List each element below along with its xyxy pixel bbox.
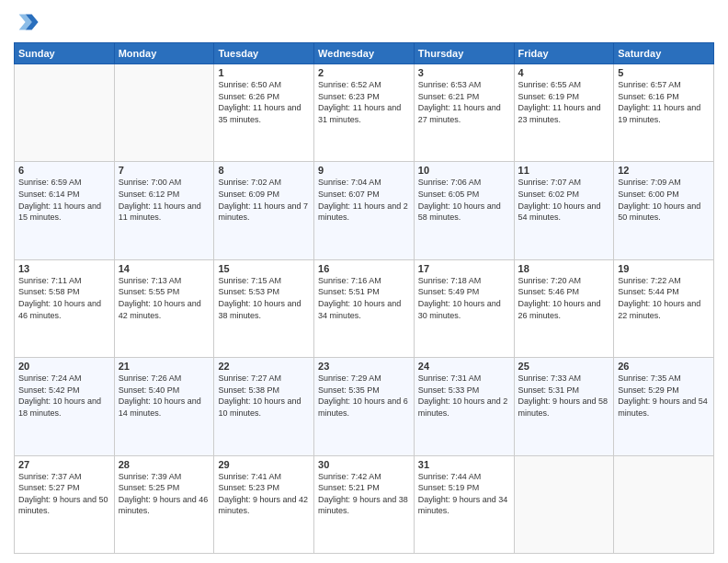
day-number: 6 [18,165,110,176]
calendar-day-cell: 29Sunrise: 7:41 AMSunset: 5:23 PMDayligh… [214,455,314,553]
day-number: 26 [618,361,710,372]
calendar-day-header: Monday [114,43,214,64]
day-number: 22 [218,361,310,372]
calendar-day-cell: 26Sunrise: 7:35 AMSunset: 5:29 PMDayligh… [614,358,714,455]
calendar-day-cell: 5Sunrise: 6:57 AMSunset: 6:16 PMDaylight… [614,64,714,162]
day-info: Sunrise: 7:04 AMSunset: 6:07 PMDaylight:… [318,177,410,223]
day-info: Sunrise: 7:11 AMSunset: 5:58 PMDaylight:… [18,275,110,321]
day-info: Sunrise: 7:02 AMSunset: 6:09 PMDaylight:… [218,177,310,223]
day-number: 25 [518,361,610,372]
day-info: Sunrise: 7:09 AMSunset: 6:00 PMDaylight:… [618,177,710,223]
day-number: 20 [18,361,110,372]
page: SundayMondayTuesdayWednesdayThursdayFrid… [0,0,728,563]
day-info: Sunrise: 6:59 AMSunset: 6:14 PMDaylight:… [18,177,110,223]
calendar-day-cell: 24Sunrise: 7:31 AMSunset: 5:33 PMDayligh… [414,358,514,455]
day-number: 21 [119,361,210,372]
day-number: 18 [518,263,610,274]
day-info: Sunrise: 7:41 AMSunset: 5:23 PMDaylight:… [218,471,310,517]
calendar-week-row: 6Sunrise: 6:59 AMSunset: 6:14 PMDaylight… [15,162,714,259]
day-number: 11 [518,165,610,176]
calendar-day-cell: 28Sunrise: 7:39 AMSunset: 5:25 PMDayligh… [114,455,214,553]
day-info: Sunrise: 7:37 AMSunset: 5:27 PMDaylight:… [18,471,110,517]
day-number: 24 [418,361,510,372]
day-number: 16 [318,263,410,274]
calendar-week-row: 20Sunrise: 7:24 AMSunset: 5:42 PMDayligh… [15,358,714,455]
day-info: Sunrise: 7:24 AMSunset: 5:42 PMDaylight:… [18,373,110,419]
day-info: Sunrise: 7:20 AMSunset: 5:46 PMDaylight:… [518,275,610,321]
logo [14,9,43,35]
day-info: Sunrise: 7:29 AMSunset: 5:35 PMDaylight:… [318,373,410,419]
calendar-day-header: Tuesday [214,43,314,64]
day-number: 29 [218,459,310,470]
day-info: Sunrise: 7:39 AMSunset: 5:25 PMDaylight:… [119,471,210,517]
day-number: 30 [318,459,410,470]
calendar-day-cell: 4Sunrise: 6:55 AMSunset: 6:19 PMDaylight… [514,64,614,162]
calendar-day-cell: 22Sunrise: 7:27 AMSunset: 5:38 PMDayligh… [214,358,314,455]
calendar-day-header: Thursday [414,43,514,64]
day-info: Sunrise: 7:15 AMSunset: 5:53 PMDaylight:… [218,275,310,321]
calendar-day-header: Wednesday [314,43,415,64]
day-info: Sunrise: 7:22 AMSunset: 5:44 PMDaylight:… [618,275,710,321]
calendar-day-cell: 27Sunrise: 7:37 AMSunset: 5:27 PMDayligh… [15,455,115,553]
calendar-day-cell: 11Sunrise: 7:07 AMSunset: 6:02 PMDayligh… [514,162,614,259]
calendar-day-cell: 17Sunrise: 7:18 AMSunset: 5:49 PMDayligh… [414,259,514,357]
day-info: Sunrise: 7:42 AMSunset: 5:21 PMDaylight:… [318,471,410,517]
day-info: Sunrise: 7:00 AMSunset: 6:12 PMDaylight:… [119,177,210,223]
day-info: Sunrise: 7:44 AMSunset: 5:19 PMDaylight:… [418,471,510,517]
day-number: 4 [518,67,610,78]
day-number: 17 [418,263,510,274]
calendar-day-cell [514,455,614,553]
calendar-day-header: Friday [514,43,614,64]
day-info: Sunrise: 7:18 AMSunset: 5:49 PMDaylight:… [418,275,510,321]
day-number: 13 [18,263,110,274]
calendar-day-cell: 16Sunrise: 7:16 AMSunset: 5:51 PMDayligh… [314,259,415,357]
day-info: Sunrise: 7:26 AMSunset: 5:40 PMDaylight:… [119,373,210,419]
calendar-day-cell: 13Sunrise: 7:11 AMSunset: 5:58 PMDayligh… [15,259,115,357]
calendar-day-cell: 14Sunrise: 7:13 AMSunset: 5:55 PMDayligh… [114,259,214,357]
calendar-day-cell: 21Sunrise: 7:26 AMSunset: 5:40 PMDayligh… [114,358,214,455]
day-number: 9 [318,165,410,176]
calendar-day-header: Sunday [15,43,115,64]
day-number: 14 [119,263,210,274]
day-number: 15 [218,263,310,274]
calendar-week-row: 13Sunrise: 7:11 AMSunset: 5:58 PMDayligh… [15,259,714,357]
calendar-day-cell [15,64,115,162]
calendar-day-cell [114,64,214,162]
calendar-day-cell [614,455,714,553]
day-info: Sunrise: 6:57 AMSunset: 6:16 PMDaylight:… [618,79,710,125]
day-number: 3 [418,67,510,78]
calendar-day-cell: 3Sunrise: 6:53 AMSunset: 6:21 PMDaylight… [414,64,514,162]
day-info: Sunrise: 7:06 AMSunset: 6:05 PMDaylight:… [418,177,510,223]
day-info: Sunrise: 7:07 AMSunset: 6:02 PMDaylight:… [518,177,610,223]
calendar-day-cell: 15Sunrise: 7:15 AMSunset: 5:53 PMDayligh… [214,259,314,357]
calendar-day-cell: 10Sunrise: 7:06 AMSunset: 6:05 PMDayligh… [414,162,514,259]
calendar-day-cell: 18Sunrise: 7:20 AMSunset: 5:46 PMDayligh… [514,259,614,357]
day-number: 28 [119,459,210,470]
day-number: 5 [618,67,710,78]
calendar-week-row: 1Sunrise: 6:50 AMSunset: 6:26 PMDaylight… [15,64,714,162]
day-number: 12 [618,165,710,176]
logo-icon [14,9,40,35]
day-info: Sunrise: 6:55 AMSunset: 6:19 PMDaylight:… [518,79,610,125]
day-info: Sunrise: 6:52 AMSunset: 6:23 PMDaylight:… [318,79,410,125]
day-info: Sunrise: 7:13 AMSunset: 5:55 PMDaylight:… [119,275,210,321]
calendar: SundayMondayTuesdayWednesdayThursdayFrid… [14,42,714,554]
calendar-week-row: 27Sunrise: 7:37 AMSunset: 5:27 PMDayligh… [15,455,714,553]
day-info: Sunrise: 7:35 AMSunset: 5:29 PMDaylight:… [618,373,710,419]
calendar-day-cell: 2Sunrise: 6:52 AMSunset: 6:23 PMDaylight… [314,64,415,162]
day-number: 19 [618,263,710,274]
day-number: 31 [418,459,510,470]
day-info: Sunrise: 7:16 AMSunset: 5:51 PMDaylight:… [318,275,410,321]
header [14,9,714,35]
day-info: Sunrise: 7:27 AMSunset: 5:38 PMDaylight:… [218,373,310,419]
calendar-day-header: Saturday [614,43,714,64]
calendar-day-cell: 9Sunrise: 7:04 AMSunset: 6:07 PMDaylight… [314,162,415,259]
calendar-header-row: SundayMondayTuesdayWednesdayThursdayFrid… [15,43,714,64]
calendar-day-cell: 8Sunrise: 7:02 AMSunset: 6:09 PMDaylight… [214,162,314,259]
calendar-day-cell: 23Sunrise: 7:29 AMSunset: 5:35 PMDayligh… [314,358,415,455]
calendar-day-cell: 7Sunrise: 7:00 AMSunset: 6:12 PMDaylight… [114,162,214,259]
calendar-day-cell: 19Sunrise: 7:22 AMSunset: 5:44 PMDayligh… [614,259,714,357]
day-info: Sunrise: 6:50 AMSunset: 6:26 PMDaylight:… [218,79,310,125]
day-number: 1 [218,67,310,78]
calendar-day-cell: 1Sunrise: 6:50 AMSunset: 6:26 PMDaylight… [214,64,314,162]
